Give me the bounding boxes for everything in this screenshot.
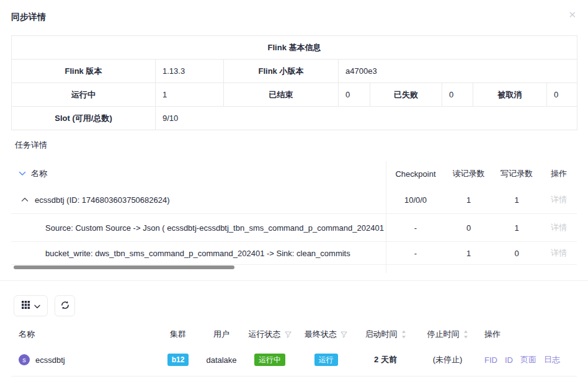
- column-checkpoint: Checkpoint: [386, 169, 445, 179]
- checkpoint-value: -: [386, 249, 445, 258]
- column-user: 用户: [200, 329, 243, 340]
- running-label: 运行中: [12, 83, 156, 107]
- write-count-value: 1: [492, 195, 541, 205]
- filter-icon[interactable]: [341, 331, 347, 338]
- table-row: s ecssdbtj b12 datalake 运行中 运行 2 天前 (未停止…: [11, 344, 577, 377]
- read-count-value: 1: [445, 249, 492, 258]
- chevron-down-icon: [34, 301, 40, 311]
- task-detail-table: 名称 Checkpoint 读记录数 写记录数 操作 ecssdbtj (ID:…: [11, 161, 577, 273]
- slot-label: Slot (可用/总数): [12, 107, 156, 130]
- flink-minor-version-value: a4700e3: [339, 60, 577, 83]
- job-name: ecssdbtj (ID: 1746803603750682624): [35, 195, 170, 205]
- filter-icon[interactable]: [285, 331, 292, 338]
- table-row: bucket_write: dws_tbn_sms_command_p_comm…: [11, 242, 577, 265]
- log-link[interactable]: 日志: [544, 354, 560, 365]
- column-action: 操作: [541, 168, 577, 179]
- page-link[interactable]: 页面: [520, 354, 537, 365]
- grid-icon: [22, 301, 30, 311]
- sorter-icon[interactable]: [463, 330, 468, 339]
- id-link[interactable]: ID: [505, 355, 513, 365]
- modal-title: 同步详情: [11, 12, 46, 22]
- read-count-value: 1: [445, 195, 492, 205]
- jobs-table: 名称 集群 用户 运行状态 最终状态 启动时间 停止时间 操作: [11, 325, 577, 377]
- column-label: 启动时间: [365, 329, 398, 340]
- refresh-button[interactable]: [55, 295, 75, 316]
- cluster-badge: b12: [167, 354, 189, 366]
- checkpoint-value: -: [386, 223, 445, 233]
- flink-info-title: Flink 基本信息: [12, 36, 577, 60]
- running-value: 1: [156, 83, 224, 107]
- column-label: 最终状态: [305, 329, 337, 340]
- jobs-table-header: 名称 集群 用户 运行状态 最终状态 启动时间 停止时间 操作: [11, 325, 577, 344]
- column-stop-time: 停止时间: [416, 329, 479, 340]
- section-divider: [0, 280, 588, 281]
- column-write-count: 写记录数: [492, 168, 541, 179]
- canceled-label: 被取消: [473, 83, 547, 107]
- canceled-value: 0: [547, 83, 577, 107]
- sorter-icon[interactable]: [401, 330, 406, 339]
- fid-link[interactable]: FID: [484, 355, 497, 365]
- write-count-value: 1: [492, 223, 541, 233]
- table-row: Source: Custom Source -> Json ( ecssdbtj…: [11, 214, 577, 242]
- view-selector-button[interactable]: [14, 295, 48, 316]
- task-detail-section-title: 任务详情: [15, 140, 588, 151]
- column-label: 停止时间: [427, 329, 460, 340]
- task-table-header: 名称 Checkpoint 读记录数 写记录数 操作: [11, 161, 577, 186]
- horizontal-scrollbar: [11, 265, 577, 273]
- table-toolbar: [14, 295, 588, 316]
- checkpoint-value: 10/0/0: [386, 195, 445, 205]
- finished-value: 0: [339, 83, 370, 107]
- table-row: ecssdbtj (ID: 1746803603750682624) 10/0/…: [11, 186, 577, 214]
- modal-header: 同步详情 ✕: [0, 0, 588, 35]
- detail-link[interactable]: 详情: [551, 195, 567, 204]
- avatar: s: [19, 354, 30, 365]
- close-icon[interactable]: ✕: [568, 10, 576, 19]
- job-name: ecssdbtj: [35, 355, 65, 365]
- write-count-value: 0: [492, 249, 541, 258]
- failed-value: 0: [442, 83, 473, 107]
- subtask-name: bucket_write: dws_tbn_sms_command_p_comm…: [45, 249, 350, 258]
- stop-time: (未停止): [416, 354, 479, 365]
- flink-version-label: Flink 版本: [12, 60, 156, 83]
- column-name: 名称: [11, 329, 156, 340]
- flink-info-table: Flink 基本信息 Flink 版本 1.13.3 Flink 小版本 a47…: [11, 35, 577, 130]
- detail-link[interactable]: 详情: [551, 223, 567, 232]
- column-read-count: 读记录数: [445, 168, 492, 179]
- detail-link[interactable]: 详情: [551, 248, 567, 257]
- user-name: datalake: [200, 355, 243, 365]
- finished-label: 已结束: [224, 83, 339, 107]
- scrollbar-thumb[interactable]: [14, 265, 234, 269]
- subtask-name: Source: Custom Source -> Json ( ecssdbtj…: [45, 223, 386, 233]
- column-cluster: 集群: [156, 329, 200, 340]
- refresh-icon: [61, 301, 69, 311]
- column-name: 名称: [31, 168, 47, 179]
- flink-version-value: 1.13.3: [156, 60, 224, 83]
- final-status-badge: 运行: [314, 354, 338, 366]
- column-start-time: 启动时间: [355, 329, 416, 340]
- read-count-value: 0: [445, 223, 492, 233]
- start-time: 2 天前: [355, 354, 416, 365]
- column-action: 操作: [479, 329, 577, 340]
- flink-minor-version-label: Flink 小版本: [224, 60, 339, 83]
- run-status-badge: 运行中: [254, 354, 285, 366]
- chevron-up-icon[interactable]: [21, 197, 29, 202]
- column-label: 运行状态: [249, 329, 281, 340]
- column-final-status: 最终状态: [296, 329, 355, 340]
- column-run-status: 运行状态: [243, 329, 296, 340]
- failed-label: 已失败: [370, 83, 442, 107]
- chevron-down-icon[interactable]: [19, 171, 26, 176]
- slot-value: 9/10: [156, 107, 577, 130]
